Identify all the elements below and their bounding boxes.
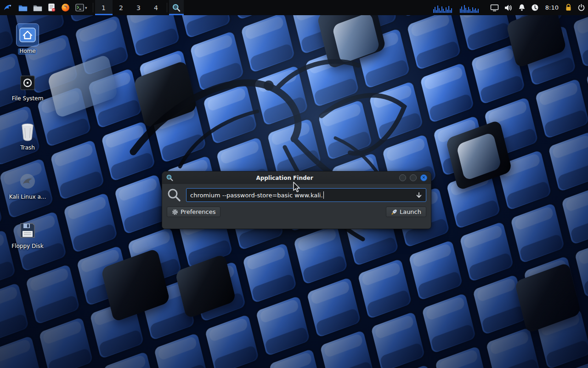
text-editor-icon <box>48 3 56 12</box>
audio-visualizer-icon <box>433 3 485 13</box>
panel-separator <box>93 3 93 12</box>
screenshot-monitor-icon <box>490 4 499 12</box>
application-finder-icon <box>166 174 174 182</box>
workspace-2-button[interactable]: 2 <box>113 0 130 15</box>
screen-lock-tray-button[interactable] <box>562 0 575 15</box>
floppy-disk-icon <box>18 221 37 240</box>
kali-docs-icon <box>18 172 37 190</box>
preferences-label: Preferences <box>181 208 215 215</box>
power-tray-button[interactable] <box>575 0 588 15</box>
audio-visualizer[interactable] <box>430 0 487 15</box>
firefox-icon <box>61 3 70 12</box>
file-manager-launcher[interactable] <box>16 0 30 15</box>
notifications-bell-icon <box>518 4 526 12</box>
taskbar-application-finder-button[interactable] <box>169 0 184 15</box>
panel-spacer <box>184 0 430 15</box>
trash-icon <box>19 122 36 142</box>
launch-rocket-icon <box>391 209 397 215</box>
dropdown-arrow-icon[interactable] <box>412 192 422 199</box>
file-manager-folder-icon <box>18 4 28 12</box>
maximize-button[interactable] <box>410 174 417 181</box>
dialog-body: chromium --password-store=basic www.kali… <box>162 184 431 222</box>
launch-label: Launch <box>400 208 421 215</box>
preferences-button[interactable]: Preferences <box>167 207 220 217</box>
desktop-icon-label: Kali Linux a... <box>6 194 50 201</box>
titlebar[interactable]: Application Finder ✕ <box>162 172 431 184</box>
kali-menu-icon <box>3 3 13 13</box>
volume-icon <box>504 4 513 12</box>
search-icon <box>167 188 181 202</box>
gear-icon <box>172 209 178 215</box>
window-title: Application Finder <box>174 175 396 181</box>
text-caret <box>323 191 324 199</box>
terminal-dropdown-icon <box>75 4 84 12</box>
update-status-tray-button[interactable] <box>528 0 542 15</box>
screen-lock-icon <box>565 4 572 12</box>
firefox-launcher[interactable] <box>58 0 73 15</box>
launch-button[interactable]: Launch <box>386 207 426 217</box>
home-folder-icon <box>19 27 36 43</box>
workspace-3-button[interactable]: 3 <box>130 0 147 15</box>
workspace-1-button[interactable]: 1 <box>95 0 113 15</box>
notifications-tray-button[interactable] <box>515 0 528 15</box>
clock[interactable]: 8:10 <box>542 0 562 15</box>
application-finder-window: Application Finder ✕ chromium --password… <box>162 171 431 229</box>
desktop-icon-trash[interactable]: Trash <box>6 121 50 151</box>
desktop-icon-file-system[interactable]: File System <box>6 72 50 102</box>
command-input[interactable]: chromium --password-store=basic www.kali… <box>186 188 426 202</box>
application-finder-icon <box>172 3 181 12</box>
workspace-4-label: 4 <box>150 4 162 12</box>
places-folder-icon <box>33 4 42 12</box>
close-icon: ✕ <box>422 176 426 180</box>
desktop-icon-label: File System <box>6 96 50 102</box>
power-icon <box>577 4 585 12</box>
applications-menu-button[interactable] <box>0 0 16 15</box>
file-system-icon <box>18 74 37 92</box>
volume-tray-button[interactable] <box>502 0 515 15</box>
terminal-dropdown-launcher[interactable]: ▾ <box>73 0 91 15</box>
update-status-icon <box>531 4 539 12</box>
text-editor-launcher[interactable] <box>45 0 58 15</box>
desktop-icon-kali-docs[interactable]: Kali Linux a... <box>6 170 50 201</box>
desktop-icon-label: Trash <box>6 145 50 151</box>
workspace-4-button[interactable]: 4 <box>147 0 165 15</box>
places-launcher[interactable] <box>30 0 45 15</box>
workspace-2-label: 2 <box>115 4 127 12</box>
workspace-1-label: 1 <box>98 4 110 12</box>
desktop-icon-home[interactable]: Home <box>6 24 50 55</box>
chevron-down-icon: ▾ <box>84 6 88 10</box>
command-input-value: chromium --password-store=basic www.kali… <box>190 192 323 199</box>
desktop-icon-label: Floppy Disk <box>6 243 50 250</box>
minimize-button[interactable] <box>399 174 406 181</box>
panel-separator <box>167 3 167 12</box>
top-panel: ▾ 1 2 3 4 <box>0 0 588 15</box>
desktop-icon-floppy-disk[interactable]: Floppy Disk <box>6 219 50 250</box>
close-button[interactable]: ✕ <box>420 174 427 181</box>
desktop-icon-label: Home <box>18 48 37 55</box>
workspace-3-label: 3 <box>133 4 145 12</box>
screenshot-tray-button[interactable] <box>487 0 502 15</box>
